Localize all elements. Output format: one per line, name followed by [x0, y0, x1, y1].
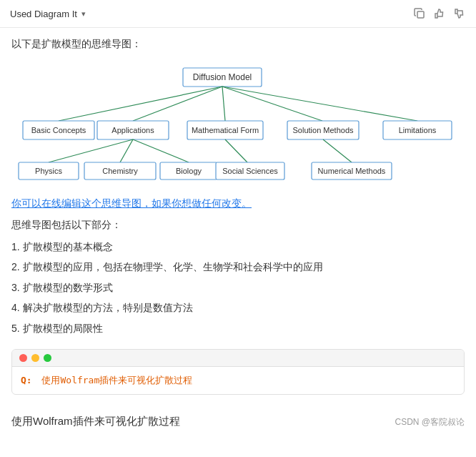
- query-text: 使用Wolfram插件来可视化扩散过程: [41, 375, 192, 385]
- svg-text:Mathematical Form: Mathematical Form: [192, 126, 259, 134]
- svg-line-2: [59, 87, 222, 121]
- dislike-icon[interactable]: [453, 7, 466, 20]
- section-title: 思维导图包括以下部分：: [11, 219, 465, 232]
- terminal-box: Q: 使用Wolfram插件来可视化扩散过程: [11, 349, 465, 395]
- diagram-container: Diffusion Model Basic Concepts Applicati…: [11, 62, 465, 186]
- terminal-query: Q: 使用Wolfram插件来可视化扩散过程: [21, 375, 192, 385]
- svg-line-6: [222, 87, 417, 121]
- svg-line-4: [222, 87, 225, 121]
- svg-line-5: [222, 87, 322, 121]
- dot-green: [44, 354, 51, 362]
- edit-link[interactable]: 你可以在线编辑这个思维导图，如果你想做任何改变。: [11, 197, 465, 210]
- svg-line-18: [120, 139, 133, 162]
- like-icon[interactable]: [433, 7, 446, 20]
- footer-title: 使用Wolfram插件来可视化扩散过程: [11, 415, 180, 428]
- copy-icon[interactable]: [413, 7, 426, 20]
- svg-text:Chemistry: Chemistry: [102, 167, 138, 175]
- dropdown-button[interactable]: ▾: [81, 9, 86, 19]
- svg-text:Social Sciences: Social Sciences: [222, 167, 278, 175]
- list-item: 5. 扩散模型的局限性: [11, 320, 465, 336]
- plugin-label: Used Diagram It: [10, 9, 77, 19]
- footer-brand: CSDN @客院叔论: [395, 416, 465, 428]
- list-item: 2. 扩散模型的应用，包括在物理学、化学、生物学和社会科学中的应用: [11, 259, 465, 275]
- svg-text:Basic Concepts: Basic Concepts: [31, 126, 86, 134]
- q-label: Q:: [21, 375, 32, 385]
- main-content: 以下是扩散模型的思维导图： Diffusion Model Basic Conc…: [0, 28, 476, 415]
- svg-line-3: [133, 87, 222, 121]
- dot-red: [19, 354, 27, 362]
- terminal-body: Q: 使用Wolfram插件来可视化扩散过程: [12, 367, 464, 394]
- dot-yellow: [31, 354, 39, 362]
- list-item: 1. 扩散模型的基本概念: [11, 239, 465, 255]
- svg-text:Physics: Physics: [35, 167, 62, 175]
- svg-text:Applications: Applications: [111, 126, 154, 134]
- svg-line-17: [49, 139, 133, 162]
- root-label: Diffusion Model: [193, 72, 252, 82]
- mindmap-svg: Diffusion Model Basic Concepts Applicati…: [11, 62, 465, 184]
- list-items: 1. 扩散模型的基本概念 2. 扩散模型的应用，包括在物理学、化学、生物学和社会…: [11, 239, 465, 336]
- svg-line-21: [323, 139, 352, 162]
- svg-text:Biology: Biology: [176, 167, 202, 175]
- toolbar-right: [413, 7, 466, 20]
- svg-line-19: [133, 139, 189, 162]
- svg-text:Solution Methods: Solution Methods: [293, 126, 354, 134]
- svg-text:Limitations: Limitations: [399, 126, 437, 134]
- svg-rect-0: [417, 11, 424, 18]
- list-item: 4. 解决扩散模型的方法，特别是数值方法: [11, 300, 465, 315]
- svg-text:Numerical Methods: Numerical Methods: [318, 167, 386, 175]
- toolbar: Used Diagram It ▾: [0, 0, 476, 28]
- terminal-header: [12, 350, 464, 367]
- svg-line-20: [225, 139, 247, 162]
- list-item: 3. 扩散模型的数学形式: [11, 280, 465, 295]
- footer-section: 使用Wolfram插件来可视化扩散过程 CSDN @客院叔论: [0, 415, 476, 438]
- intro-text: 以下是扩散模型的思维导图：: [11, 38, 465, 51]
- toolbar-left: Used Diagram It ▾: [10, 9, 86, 19]
